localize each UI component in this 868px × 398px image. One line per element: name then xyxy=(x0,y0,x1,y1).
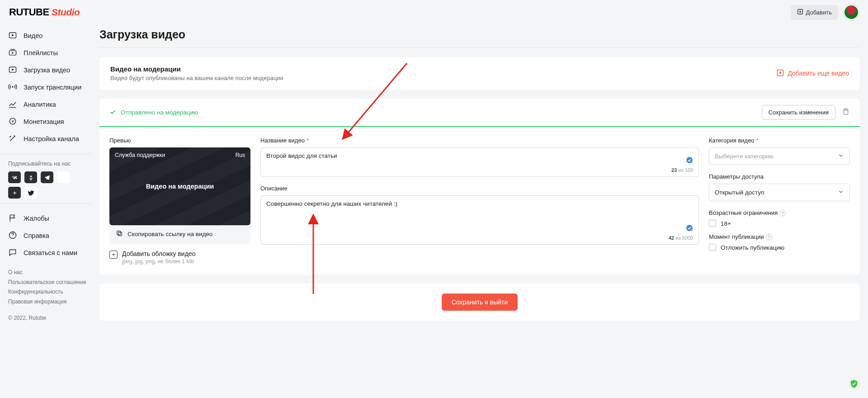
thumb-overlay: Видео на модерации xyxy=(146,183,214,190)
svg-point-10 xyxy=(12,86,13,87)
age-label: Возрастные ограничения ? xyxy=(709,209,850,216)
help-icon[interactable]: ? xyxy=(779,210,786,216)
svg-marker-4 xyxy=(12,34,14,36)
delete-button[interactable] xyxy=(842,108,850,117)
sidebar-item-playlists[interactable]: Плейлисты xyxy=(8,44,92,62)
grammar-check-icon[interactable] xyxy=(686,156,693,164)
svg-rect-26 xyxy=(844,110,848,114)
access-label: Параметры доступа xyxy=(709,173,850,180)
logo-dot-icon: • xyxy=(49,7,50,11)
wand-icon xyxy=(8,134,17,144)
moderation-banner: Видео на модерации Видео будут опубликов… xyxy=(99,57,860,90)
plus-square-icon: + xyxy=(109,251,118,259)
video-desc-input[interactable] xyxy=(266,200,693,240)
play-box-icon xyxy=(8,31,17,41)
copyright: © 2022, Rutube xyxy=(8,315,92,321)
chevron-down-icon xyxy=(838,189,844,196)
security-shield-badge[interactable] xyxy=(847,377,861,391)
social-telegram[interactable] xyxy=(41,171,53,183)
sidebar-item-help[interactable]: Справка xyxy=(8,227,92,244)
checkbox[interactable] xyxy=(709,244,716,251)
subscribe-label: Подписывайтесь на нас xyxy=(8,161,92,167)
svg-point-22 xyxy=(12,237,13,237)
analytics-icon xyxy=(8,100,17,110)
age-checkbox-row[interactable]: 18+ xyxy=(709,220,850,227)
add-button[interactable]: Добавить xyxy=(791,5,838,20)
footer-link[interactable]: Правовая информация xyxy=(8,297,92,307)
check-icon xyxy=(109,109,116,117)
thumb-lang: Rus xyxy=(236,152,245,158)
settings-column: Категория видео* Выберите категорию Пара… xyxy=(709,137,850,265)
access-value: Открытый доступ xyxy=(715,189,764,196)
playlist-icon xyxy=(8,48,17,58)
moderation-status: Отправлено на модерацию xyxy=(109,109,198,117)
main: Загрузка видео Видео на модерации Видео … xyxy=(99,28,860,398)
status-label: Отправлено на модерацию xyxy=(121,109,198,116)
add-cover-label: Добавить обложку видео xyxy=(122,250,195,257)
footer-links: О нас Пользовательское соглашение Конфид… xyxy=(8,268,92,307)
fields-column: Название видео* 23 из 100 Описание 42 из… xyxy=(260,137,699,265)
save-exit-button[interactable]: Сохранить и выйти xyxy=(442,294,518,311)
social-extra[interactable] xyxy=(57,171,70,183)
video-editor-card: Отправлено на модерацию Сохранить измене… xyxy=(99,99,860,275)
grammar-check-icon[interactable] xyxy=(686,224,693,232)
sidebar-item-analytics[interactable]: Аналитика xyxy=(8,96,92,113)
help-icon[interactable]: ? xyxy=(766,234,772,240)
video-desc-wrap: 42 из 5000 xyxy=(260,195,699,245)
social-vk[interactable] xyxy=(8,171,21,183)
sidebar-item-live[interactable]: Запуск трансляции xyxy=(8,79,92,96)
sidebar-item-settings[interactable]: Настройка канала xyxy=(8,130,92,147)
sidebar-item-contact[interactable]: Связаться с нами xyxy=(8,244,92,261)
svg-point-30 xyxy=(691,161,693,164)
preview-label: Превью xyxy=(109,137,250,144)
sidebar-item-video[interactable]: Видео xyxy=(8,27,92,44)
add-more-label: Добавить еще видео xyxy=(788,70,849,77)
thumb-channel: Служба поддержки xyxy=(115,152,165,158)
logo[interactable]: RUTUBE • Studio xyxy=(9,6,80,18)
access-select[interactable]: Открытый доступ xyxy=(709,184,850,201)
help-icon xyxy=(8,231,17,241)
category-select[interactable]: Выберите категорию xyxy=(709,147,850,165)
save-changes-button[interactable]: Сохранить изменения xyxy=(762,105,836,120)
age-option-label: 18+ xyxy=(721,220,731,227)
sidebar-item-label: Видео xyxy=(24,32,42,39)
add-cover-button[interactable]: + Добавить обложку видео jpeg, jpg, png,… xyxy=(109,250,250,265)
copy-link-label: Скопировать ссылку на видео xyxy=(127,231,212,237)
footer-link[interactable]: О нас xyxy=(8,268,92,278)
preview-column: Превью Служба поддержки Rus Видео на мод… xyxy=(109,137,250,265)
sidebar-item-label: Аналитика xyxy=(24,101,56,108)
coin-icon: ₽ xyxy=(8,117,17,127)
logo-main: RUTUBE xyxy=(9,6,49,18)
sidebar-separator xyxy=(0,154,92,154)
footer-link[interactable]: Конфиденциальность xyxy=(8,287,92,297)
sidebar-item-monetization[interactable]: ₽ Монетизация xyxy=(8,113,92,130)
trash-icon xyxy=(842,110,850,117)
publish-moment-label: Момент публикации ? xyxy=(709,233,850,240)
avatar[interactable] xyxy=(844,5,859,20)
sidebar-item-label: Настройка канала xyxy=(24,135,79,142)
copy-link-button[interactable]: Скопировать ссылку на видео xyxy=(109,224,250,244)
footer-link[interactable]: Пользовательское соглашение xyxy=(8,278,92,288)
add-more-video-button[interactable]: Добавить еще видео xyxy=(777,69,849,78)
sidebar: Видео Плейлисты Загрузка видео Запуск тр… xyxy=(0,27,92,321)
category-value: Выберите категорию xyxy=(715,153,774,160)
video-title-wrap: 23 из 100 xyxy=(260,147,699,177)
svg-rect-27 xyxy=(118,232,122,236)
copy-icon xyxy=(116,230,123,238)
add-cover-hint: jpeg, jpg, png, не более 1 Mb xyxy=(122,258,195,265)
checkbox[interactable] xyxy=(709,220,716,227)
svg-marker-9 xyxy=(12,68,14,71)
sidebar-item-complaints[interactable]: Жалобы xyxy=(8,210,92,227)
video-thumbnail[interactable]: Служба поддержки Rus Видео на модерации xyxy=(109,147,250,225)
sidebar-item-upload[interactable]: Загрузка видео xyxy=(8,62,92,79)
video-desc-label: Описание xyxy=(260,185,699,192)
topbar-right: Добавить xyxy=(791,5,859,20)
video-title-input[interactable] xyxy=(266,152,693,172)
delay-publish-row[interactable]: Отложить публикацию xyxy=(709,244,850,251)
social-twitter[interactable] xyxy=(24,187,37,199)
plus-square-icon xyxy=(777,69,784,78)
svg-point-18 xyxy=(30,175,32,177)
social-ok[interactable] xyxy=(24,171,37,183)
social-plus[interactable] xyxy=(8,187,21,199)
required-mark: * xyxy=(307,137,309,144)
